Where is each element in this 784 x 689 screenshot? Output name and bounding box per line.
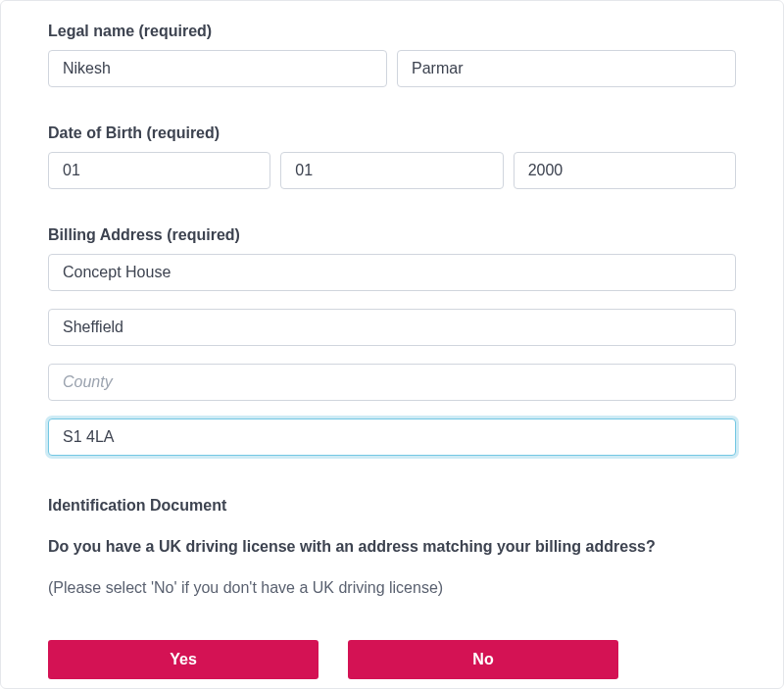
billing-county-input[interactable] <box>48 364 736 401</box>
yes-no-button-row: Yes No <box>48 640 736 679</box>
billing-address-stack <box>48 254 736 456</box>
identification-hint: (Please select 'No' if you don't have a … <box>48 579 736 597</box>
legal-name-label: Legal name (required) <box>48 23 736 40</box>
identification-question: Do you have a UK driving license with an… <box>48 538 736 556</box>
last-name-input[interactable] <box>397 50 736 87</box>
dob-month-input[interactable] <box>280 152 503 189</box>
first-name-input[interactable] <box>48 50 387 87</box>
dob-year-input[interactable] <box>514 152 736 189</box>
no-button[interactable]: No <box>348 640 618 679</box>
dob-label: Date of Birth (required) <box>48 124 736 142</box>
identification-heading: Identification Document <box>48 497 736 515</box>
billing-label: Billing Address (required) <box>48 226 736 244</box>
legal-name-row <box>48 50 736 87</box>
billing-line1-input[interactable] <box>48 254 736 291</box>
dob-row <box>48 152 736 189</box>
form-card: Legal name (required) Date of Birth (req… <box>0 0 784 689</box>
billing-city-input[interactable] <box>48 309 736 346</box>
yes-button[interactable]: Yes <box>48 640 318 679</box>
dob-day-input[interactable] <box>48 152 270 189</box>
billing-postcode-input[interactable] <box>48 418 736 456</box>
